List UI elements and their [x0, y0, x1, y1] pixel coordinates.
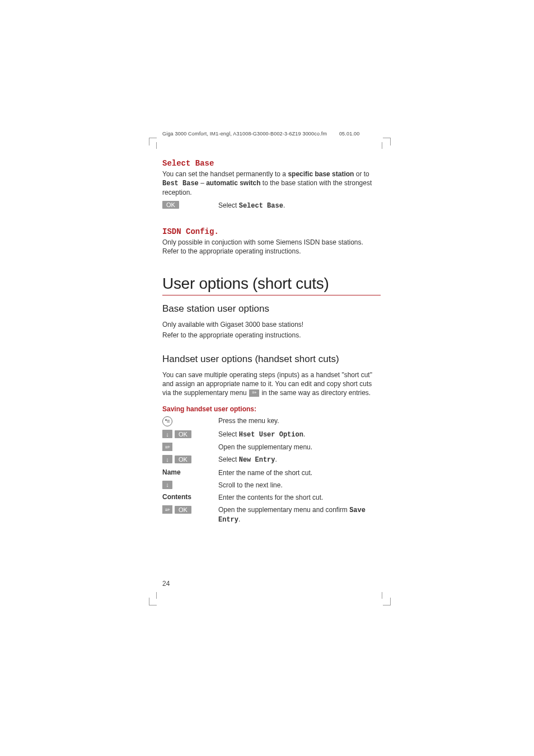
contents-label: Contents: [162, 493, 191, 501]
crop-mark: [383, 598, 391, 605]
down-arrow-icon: [162, 455, 172, 463]
step-row-4: OK Select New Entry.: [162, 455, 381, 464]
menu-key-icon: [162, 416, 172, 426]
page-number: 24: [162, 580, 170, 588]
handset-paragraph: You can save multiple operating steps (i…: [162, 370, 381, 398]
section-isdn-title: ISDN Config.: [162, 227, 381, 236]
crop-tick: [382, 592, 382, 599]
step-8-text: Open the supplementary menu and confirm …: [218, 505, 381, 524]
crop-tick: [382, 142, 382, 149]
base-opts-line1: Only available with Gigaset 3000 base st…: [162, 320, 381, 329]
step-row-3: Open the supplementary menu.: [162, 443, 381, 452]
step-row-7: Contents Enter the contents for the shor…: [162, 493, 381, 502]
crop-tick: [156, 592, 157, 599]
saving-header: Saving handset user options:: [162, 405, 381, 413]
step-4-text: Select New Entry.: [218, 455, 381, 464]
page-content: Select Base You can set the handset perm…: [162, 131, 381, 525]
base-opts-line2: Refer to the appropriate operating instr…: [162, 331, 381, 340]
supplementary-menu-icon: [162, 505, 172, 514]
step-row-5: Name Enter the name of the short cut.: [162, 468, 381, 477]
step-1-text: Press the menu key.: [218, 416, 381, 425]
ok-button-icon: OK: [175, 506, 191, 514]
crop-mark: [149, 598, 157, 605]
ok-button-icon: OK: [162, 201, 179, 209]
down-arrow-icon: [162, 430, 172, 438]
handset-subtitle: Handset user options (handset short cuts…: [162, 354, 381, 365]
step-3-text: Open the supplementary menu.: [218, 443, 381, 452]
step-7-text: Enter the contents for the short cut.: [218, 493, 381, 502]
crop-tick: [156, 142, 157, 149]
step-row-2: OK Select Hset User Option.: [162, 430, 381, 439]
name-label: Name: [162, 468, 181, 476]
step-row-1: Press the menu key.: [162, 416, 381, 426]
ok-button-icon: OK: [175, 456, 191, 463]
step-5-text: Enter the name of the short cut.: [218, 468, 381, 477]
step-row-6: Scroll to the next line.: [162, 481, 381, 490]
ok-button-icon: OK: [175, 430, 191, 438]
select-base-paragraph: You can set the handset permanently to a…: [162, 170, 381, 198]
section-select-base-title: Select Base: [162, 159, 381, 168]
step-row-8: OK Open the supplementary menu and confi…: [162, 505, 381, 524]
isdn-paragraph: Only possible in conjuction with some Si…: [162, 238, 381, 256]
step-6-text: Scroll to the next line.: [218, 481, 381, 490]
down-arrow-icon: [162, 481, 172, 489]
row-select-base-ok: OK Select Select Base.: [162, 201, 381, 210]
supplementary-menu-icon: [162, 443, 172, 451]
crop-mark: [383, 138, 391, 145]
step-2-text: Select Hset User Option.: [218, 430, 381, 439]
base-station-subtitle: Base station user options: [162, 303, 381, 314]
page-title: User options (short cuts): [162, 275, 381, 295]
supplementary-menu-icon: [249, 389, 259, 397]
crop-mark: [149, 138, 157, 145]
row-select-base-text: Select Select Base.: [218, 201, 381, 210]
